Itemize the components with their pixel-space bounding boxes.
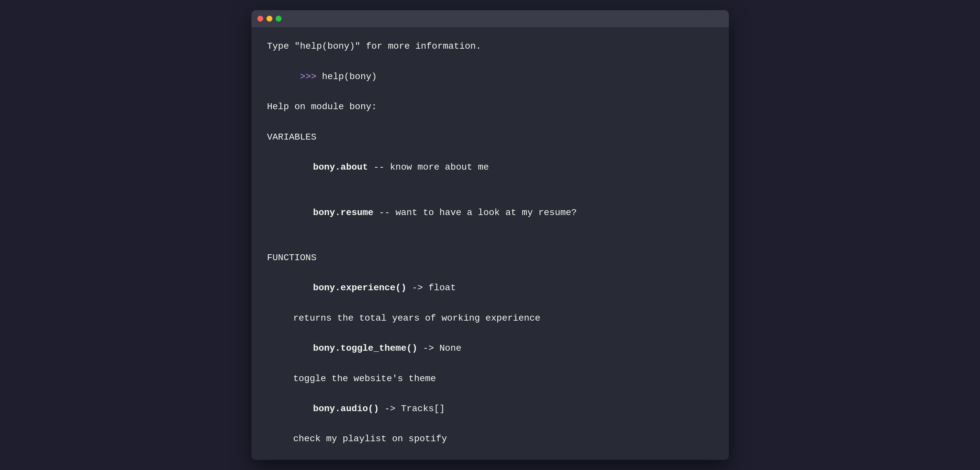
empty-line-1 — [267, 114, 713, 129]
audio-name: bony.audio() — [313, 404, 379, 414]
minimize-button[interactable] — [267, 16, 272, 22]
terminal-body: Type "help(bony)" for more information. … — [251, 27, 729, 459]
line-experience-sig: bony.experience() -> float — [267, 265, 713, 311]
line-toggle-sig: bony.toggle_theme() -> None — [267, 326, 713, 371]
empty-line-2 — [267, 235, 713, 250]
line-bony-resume: bony.resume -- want to have a look at my… — [267, 190, 713, 235]
titlebar — [251, 10, 729, 27]
line-command: >>> help(bony) — [267, 54, 713, 100]
bony-resume-name: bony.resume — [313, 208, 374, 218]
prompt-symbol: >>> — [300, 71, 322, 82]
terminal-window: Type "help(bony)" for more information. … — [251, 10, 729, 459]
line-experience-desc: returns the total years of working exper… — [267, 311, 713, 326]
line-audio-desc: check my playlist on spotify — [267, 432, 713, 446]
close-button[interactable] — [257, 16, 263, 22]
toggle-return: -> None — [418, 343, 461, 353]
bony-resume-desc: -- want to have a look at my resume? — [374, 208, 577, 218]
toggle-name: bony.toggle_theme() — [313, 343, 417, 353]
line-toggle-desc: toggle the website's theme — [267, 371, 713, 386]
experience-return: -> float — [406, 283, 456, 293]
maximize-button[interactable] — [276, 16, 282, 22]
line-bony-about: bony.about -- know more about me — [267, 145, 713, 190]
experience-name: bony.experience() — [313, 283, 406, 293]
bony-about-name: bony.about — [313, 162, 368, 172]
command-text: help(bony) — [322, 71, 377, 82]
line-variables-header: VARIABLES — [267, 130, 713, 145]
line-audio-sig: bony.audio() -> Tracks[] — [267, 386, 713, 432]
line-info: Type "help(bony)" for more information. — [267, 39, 713, 54]
line-functions-header: FUNCTIONS — [267, 250, 713, 265]
audio-return: -> Tracks[] — [379, 404, 445, 414]
line-help-header: Help on module bony: — [267, 99, 713, 114]
bony-about-desc: -- know more about me — [368, 162, 489, 172]
